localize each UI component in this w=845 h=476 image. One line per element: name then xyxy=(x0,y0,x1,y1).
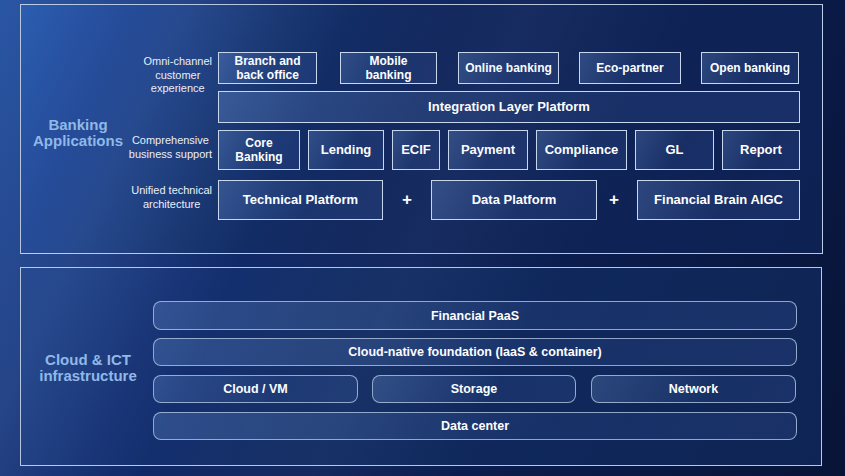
box-online-banking: Online banking xyxy=(458,52,559,84)
integration-layer-bar: Integration Layer Platform xyxy=(218,91,800,123)
box-mobile-banking: Mobile banking xyxy=(340,52,437,84)
plus-sign: + xyxy=(605,180,623,220)
architecture-diagram: Banking Applications Omni-channel custom… xyxy=(0,0,845,476)
row-label-unified-technical-architecture: Unified technical architecture xyxy=(131,184,212,211)
row-label-omni-channel: Omni-channel customer experience xyxy=(144,55,212,96)
box-data-center: Data center xyxy=(153,412,797,440)
cloud-ict-title: Cloud & ICT infrastructure xyxy=(18,352,158,384)
box-technical-platform: Technical Platform xyxy=(218,180,383,220)
box-data-platform: Data Platform xyxy=(431,180,597,220)
box-cloud-native-foundation: Cloud-native foundation (IaaS & containe… xyxy=(153,338,797,366)
box-core-banking: Core Banking xyxy=(218,130,300,170)
box-open-banking: Open banking xyxy=(701,52,799,84)
box-lending: Lending xyxy=(308,130,384,170)
box-cloud-vm: Cloud / VM xyxy=(153,375,358,403)
box-compliance: Compliance xyxy=(536,130,627,170)
banking-applications-title: Banking Applications xyxy=(8,117,148,149)
row-label-comprehensive-business-support: Comprehensive business support xyxy=(129,134,212,161)
box-payment: Payment xyxy=(448,130,528,170)
box-report: Report xyxy=(722,130,800,170)
box-financial-paas: Financial PaaS xyxy=(153,301,797,330)
box-network: Network xyxy=(591,375,796,403)
box-eco-partner: Eco-partner xyxy=(579,52,681,84)
plus-sign: + xyxy=(398,180,416,220)
box-ecif: ECIF xyxy=(392,130,440,170)
box-branch-back-office: Branch and back office xyxy=(218,52,317,84)
box-financial-brain-aigc: Financial Brain AIGC xyxy=(637,180,800,220)
box-gl: GL xyxy=(635,130,714,170)
box-storage: Storage xyxy=(372,375,576,403)
